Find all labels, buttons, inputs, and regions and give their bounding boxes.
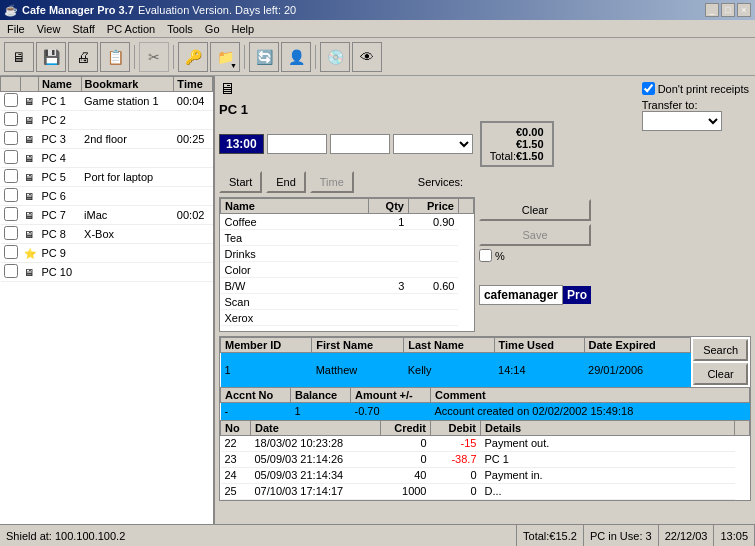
pc-time-7 <box>174 225 213 244</box>
pc-checkbox-2[interactable] <box>4 131 18 145</box>
toolbar-btn-8[interactable]: 🔄 <box>249 42 279 72</box>
service-row[interactable]: Drinks <box>221 246 474 262</box>
pc-time-1 <box>174 111 213 130</box>
transaction-row[interactable]: 24 05/09/03 21:14:34 40 0 Payment in. <box>221 467 750 483</box>
pc-time-4 <box>174 168 213 187</box>
svc-price-6 <box>408 310 458 326</box>
member-row-area: Member ID First Name Last Name Time Used… <box>220 337 750 387</box>
pc-checkbox-9[interactable] <box>4 264 18 278</box>
toolbar-btn-11[interactable]: 👁 <box>352 42 382 72</box>
menu-pcaction[interactable]: PC Action <box>102 22 160 36</box>
menu-file[interactable]: File <box>2 22 30 36</box>
transaction-row[interactable]: 25 07/10/03 17:14:17 1000 0 D... <box>221 483 750 499</box>
close-btn[interactable]: × <box>737 3 751 17</box>
toolbar-btn-1[interactable]: 🖥 <box>4 42 34 72</box>
mem-col-fname: First Name <box>312 338 404 353</box>
menu-tools[interactable]: Tools <box>162 22 198 36</box>
transaction-row[interactable]: 23 05/09/03 21:14:26 0 -38.7 PC 1 <box>221 451 750 467</box>
trans-credit-2: 40 <box>381 467 431 483</box>
trans-details-0: Payment out. <box>481 435 735 451</box>
trans-no-1: 23 <box>221 451 251 467</box>
pc-list-item[interactable]: 🖥 PC 1 Game station 1 00:04 <box>1 92 213 111</box>
time-select[interactable] <box>393 134 473 154</box>
pc-list-item[interactable]: 🖥 PC 7 iMac 00:02 <box>1 206 213 225</box>
pc-checkbox-3[interactable] <box>4 150 18 164</box>
pc-list-item[interactable]: 🖥 PC 6 <box>1 187 213 206</box>
acct-col-bal: Balance <box>291 388 351 403</box>
member-row[interactable]: 1 Matthew Kelly 14:14 29/01/2006 <box>221 353 691 388</box>
pc-list-item[interactable]: 🖥 PC 5 Port for laptop <box>1 168 213 187</box>
pc-list-item[interactable]: 🖥 PC 4 <box>1 149 213 168</box>
pct-row: % <box>479 249 591 262</box>
pc-list-item[interactable]: 🖥 PC 2 <box>1 111 213 130</box>
toolbar-btn-6[interactable]: 🔑 <box>178 42 208 72</box>
toolbar-btn-10[interactable]: 💿 <box>320 42 350 72</box>
svc-name-5: Scan <box>221 294 369 310</box>
pc-bookmark-2: 2nd floor <box>81 130 174 149</box>
trans-col-date: Date <box>251 420 381 435</box>
account-table: Accnt No Balance Amount +/- Comment - 1 … <box>220 387 750 420</box>
services-amount-row: €0.00 <box>490 126 544 138</box>
pc-checkbox-4[interactable] <box>4 169 18 183</box>
pc-bookmark-8 <box>81 244 174 263</box>
minimize-btn[interactable]: _ <box>705 3 719 17</box>
service-row[interactable]: Color <box>221 262 474 278</box>
service-row[interactable]: Tea <box>221 230 474 246</box>
status-total: Total:€15.2 <box>517 525 584 546</box>
pc-checkbox-1[interactable] <box>4 112 18 126</box>
search-btn[interactable]: Search <box>693 339 748 361</box>
start-btn[interactable]: Start <box>219 171 262 193</box>
transfer-to-select[interactable] <box>642 111 722 131</box>
member-clear-btn[interactable]: Clear <box>693 363 748 385</box>
maximize-btn[interactable]: □ <box>721 3 735 17</box>
toolbar-btn-5[interactable]: ✂ <box>139 42 169 72</box>
toolbar-btn-3[interactable]: 🖨 <box>68 42 98 72</box>
service-row[interactable]: Scan <box>221 294 474 310</box>
toolbar-btn-7[interactable]: 📁▼ <box>210 42 240 72</box>
services-btn-area: Clear Save % cafemanagerPro <box>479 197 591 332</box>
services-area: Name Qty Price Coffee 1 0.90 Tea Drinks <box>219 197 591 332</box>
dont-print-checkbox[interactable] <box>642 82 655 95</box>
trans-col-details: Details <box>481 420 735 435</box>
trans-details-2: Payment in. <box>481 467 735 483</box>
pc-bookmark-4: Port for laptop <box>81 168 174 187</box>
service-row[interactable]: Xerox <box>221 310 474 326</box>
transactions-table: No Date Credit Debit Details 22 18/03/02… <box>220 420 750 500</box>
svc-col-price: Price <box>408 199 458 214</box>
pc-list-item[interactable]: ⭐ PC 9 <box>1 244 213 263</box>
end-btn[interactable]: End <box>266 171 306 193</box>
pc-checkbox-6[interactable] <box>4 207 18 221</box>
pc-checkbox-0[interactable] <box>4 93 18 107</box>
pc-icon-5: 🖥 <box>21 187 39 206</box>
menu-staff[interactable]: Staff <box>67 22 99 36</box>
time-input-1[interactable] <box>267 134 327 154</box>
pc-checkbox-5[interactable] <box>4 188 18 202</box>
trans-no-0: 22 <box>221 435 251 451</box>
toolbar-btn-9[interactable]: 👤 <box>281 42 311 72</box>
pc-name-2: PC 3 <box>39 130 82 149</box>
pct-checkbox[interactable] <box>479 249 492 262</box>
service-row[interactable]: B/W 3 0.60 <box>221 278 474 294</box>
time-input-2[interactable] <box>330 134 390 154</box>
clear-btn[interactable]: Clear <box>479 199 591 221</box>
menu-view[interactable]: View <box>32 22 66 36</box>
pc-list-item[interactable]: 🖥 PC 10 <box>1 263 213 282</box>
pc-list-item[interactable]: 🖥 PC 8 X-Box <box>1 225 213 244</box>
time-btn[interactable]: Time <box>310 171 354 193</box>
pc-detail-area: PC 1 13:00 €0.00 €1.50 T <box>219 102 591 332</box>
pc-checkbox-7[interactable] <box>4 226 18 240</box>
save-btn[interactable]: Save <box>479 224 591 246</box>
toolbar-btn-4[interactable]: 📋 <box>100 42 130 72</box>
account-row[interactable]: - 1 -0.70 Account created on 02/02/2002 … <box>221 403 750 420</box>
toolbar-sep-4 <box>315 45 316 69</box>
pc-name-9: PC 10 <box>39 263 82 282</box>
menu-go[interactable]: Go <box>200 22 225 36</box>
pc-list-item[interactable]: 🖥 PC 3 2nd floor 00:25 <box>1 130 213 149</box>
service-row[interactable]: Coffee 1 0.90 <box>221 214 474 230</box>
toolbar-btn-2[interactable]: 💾 <box>36 42 66 72</box>
col-icon <box>21 77 39 92</box>
menu-help[interactable]: Help <box>227 22 260 36</box>
pc-icon-7: 🖥 <box>21 225 39 244</box>
pc-checkbox-8[interactable] <box>4 245 18 259</box>
transaction-row[interactable]: 22 18/03/02 10:23:28 0 -15 Payment out. <box>221 435 750 451</box>
